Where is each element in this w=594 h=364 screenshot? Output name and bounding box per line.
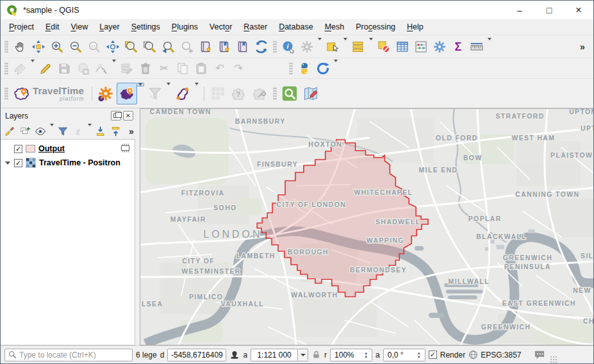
locator-search-input[interactable]: Type to locate (Ctrl+K): [4, 349, 133, 361]
measure-line-dropdown[interactable]: [486, 38, 493, 40]
zoom-full-button[interactable]: [104, 38, 122, 56]
maximize-button[interactable]: □: [534, 1, 564, 19]
toolbar-grip[interactable]: [273, 40, 277, 53]
toggle-editing-button[interactable]: [37, 60, 54, 78]
plugin-reloader-dropdown[interactable]: [332, 60, 339, 62]
traveltime-wordmark: TravelTimeplatform: [33, 85, 85, 102]
pan-map-button[interactable]: [11, 38, 29, 56]
add-group-button[interactable]: [17, 124, 33, 138]
coordinate-input[interactable]: -5458,6716409: [167, 349, 226, 361]
toolbar-grip[interactable]: [4, 62, 8, 75]
menu-plugins[interactable]: Plugins: [166, 21, 204, 33]
processing-toolbox-button[interactable]: [431, 38, 449, 56]
toolbar-overflow-button[interactable]: »: [573, 38, 591, 56]
traveltime-time-filter-dropdown[interactable]: [165, 83, 172, 85]
zoom-to-selection-button[interactable]: [122, 38, 140, 56]
statistical-summary-button[interactable]: Σ: [449, 38, 467, 56]
zoom-out-button[interactable]: [67, 38, 85, 56]
layer-expander-icon[interactable]: [4, 161, 11, 165]
filter-legend-by-expression-dropdown[interactable]: [86, 124, 93, 126]
zoom-in-button[interactable]: [48, 38, 66, 56]
render-toggle[interactable]: ✓ Render: [429, 351, 465, 360]
menu-help[interactable]: Help: [401, 21, 429, 33]
resize-grip[interactable]: [550, 356, 557, 363]
collapse-all-button[interactable]: [108, 124, 124, 138]
open-attribute-table-button[interactable]: [393, 38, 411, 56]
reverse-geocode-button[interactable]: [301, 83, 321, 104]
toolbar-grip[interactable]: [4, 40, 8, 53]
toolbar-grip[interactable]: [289, 62, 293, 75]
show-bookmarks-button[interactable]: [234, 38, 252, 56]
zoom-to-layer-button[interactable]: [141, 38, 159, 56]
zoom-next-button: [178, 38, 196, 56]
reverse-geocode-icon: [302, 85, 319, 102]
filter-legend-button[interactable]: [55, 124, 70, 138]
select-features-button[interactable]: [324, 38, 342, 56]
map-label: WAPPING: [367, 237, 404, 244]
traveltime-logo-button[interactable]: [11, 83, 31, 104]
panel-float-button[interactable]: [111, 111, 121, 120]
traveltime-routes-button[interactable]: [173, 83, 194, 104]
layer-row-traveltime-positron[interactable]: ✓TravelTime - Positron: [1, 156, 135, 170]
toolbar-grip[interactable]: [273, 87, 277, 100]
menu-view[interactable]: View: [65, 21, 94, 33]
traveltime-time-map-button[interactable]: [117, 83, 137, 104]
manage-map-themes-dropdown[interactable]: [48, 124, 55, 126]
menu-vector[interactable]: Vector: [204, 21, 238, 33]
select-features-dropdown[interactable]: [342, 38, 349, 40]
traveltime-toolbox-button[interactable]: [95, 83, 116, 104]
menu-raster[interactable]: Raster: [238, 21, 273, 33]
menu-edit[interactable]: Edit: [40, 21, 65, 33]
zoom-last-button[interactable]: [160, 38, 177, 56]
magnifier-spinbox[interactable]: 100%▲▼: [330, 349, 372, 361]
layer-name[interactable]: TravelTime - Positron: [39, 158, 120, 167]
panel-close-button[interactable]: ✕: [123, 111, 133, 120]
map-canvas[interactable]: CAMDEN TOWNBARNSBURYSTRATFORDUPTONUPTONO…: [140, 108, 593, 345]
messages-button[interactable]: [534, 350, 545, 360]
extents-toggle-icon[interactable]: [229, 350, 240, 360]
menu-settings[interactable]: Settings: [126, 21, 166, 33]
toolbar-grip[interactable]: [4, 87, 8, 100]
minimize-button[interactable]: –: [505, 1, 534, 19]
manage-map-themes-button[interactable]: [33, 124, 48, 138]
measure-line-button[interactable]: [468, 38, 486, 56]
scale-combo[interactable]: 1:121 000: [251, 349, 308, 361]
show-bookmark-manager-button[interactable]: [215, 38, 233, 56]
expand-all-button[interactable]: [93, 124, 108, 138]
traveltime-time-map-dropdown[interactable]: [137, 83, 144, 87]
close-button[interactable]: ×: [564, 1, 593, 19]
pan-map-to-selection-button[interactable]: [29, 38, 47, 56]
current-edits-dropdown[interactable]: [29, 60, 36, 62]
select-features-by-value-dropdown[interactable]: [367, 38, 374, 40]
menu-project[interactable]: Project: [3, 21, 40, 33]
crs-value: EPSG:3857: [481, 351, 521, 360]
traveltime-toolbox-icon: [97, 85, 114, 102]
scale-dropdown[interactable]: [298, 349, 308, 361]
lock-scale-icon[interactable]: [311, 350, 321, 360]
run-feature-action-dropdown[interactable]: [316, 38, 323, 40]
layer-visibility-checkbox[interactable]: ✓: [14, 145, 22, 153]
layer-visibility-checkbox[interactable]: ✓: [14, 159, 22, 167]
crs-status-button[interactable]: EPSG:3857: [468, 350, 521, 360]
layer-name[interactable]: Output: [38, 144, 65, 153]
layer-row-output[interactable]: ✓Output: [1, 142, 135, 156]
vertex-tool-dropdown[interactable]: [110, 60, 117, 62]
menu-layer[interactable]: Layer: [94, 21, 125, 33]
menu-processing[interactable]: Processing: [350, 21, 401, 33]
open-field-calculator-button[interactable]: [412, 38, 430, 56]
identify-features-button[interactable]: i: [279, 38, 297, 56]
menu-mesh[interactable]: Mesh: [319, 21, 351, 33]
select-features-by-value-button[interactable]: [349, 38, 367, 56]
menu-database[interactable]: Database: [273, 21, 319, 33]
open-layer-styling-button[interactable]: [2, 124, 17, 138]
panel-overflow-button[interactable]: »: [124, 124, 139, 138]
refresh-map-button[interactable]: [252, 38, 270, 56]
new-spatial-bookmark-button[interactable]: [197, 38, 215, 56]
geocode-button[interactable]: [279, 83, 300, 104]
deselect-features-button[interactable]: [375, 38, 393, 56]
plugin-reloader-button[interactable]: [314, 60, 332, 78]
traveltime-routes-dropdown[interactable]: [194, 83, 201, 85]
render-checkbox[interactable]: ✓: [429, 351, 437, 359]
python-console-button[interactable]: [295, 60, 313, 78]
rotation-spinbox[interactable]: 0,0 °▲▼: [383, 349, 425, 361]
